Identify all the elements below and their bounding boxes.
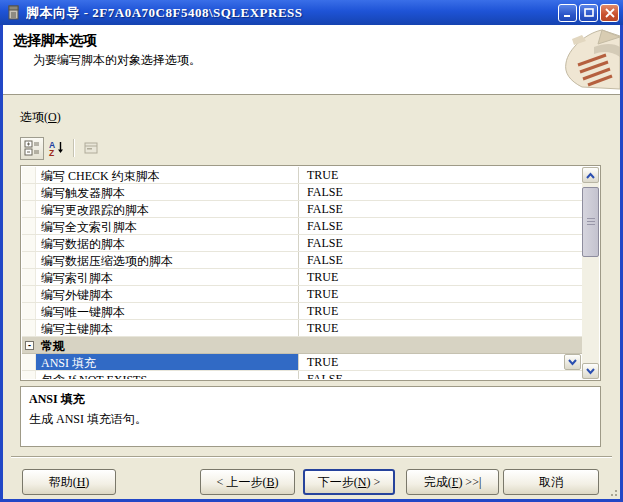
script-scroll-icon: [558, 27, 620, 91]
row-margin: [22, 218, 36, 234]
row-value: FALSE: [299, 235, 582, 251]
grid-row[interactable]: 编写唯一键脚本 TRUE: [22, 303, 582, 320]
help-button[interactable]: 帮助(H): [22, 469, 116, 495]
row-value: FALSE: [299, 371, 582, 379]
category-row-general[interactable]: - 常规: [22, 337, 582, 354]
category-label: 常规: [36, 337, 299, 353]
row-label: 编写外键脚本: [36, 286, 299, 302]
row-value: FALSE: [299, 184, 582, 200]
description-text: 生成 ANSI 填充语句。: [29, 411, 592, 428]
resize-grip[interactable]: [608, 487, 618, 497]
chevron-down-icon: [568, 359, 577, 366]
wizard-header: 选择脚本选项 为要编写脚本的对象选择选项。: [3, 25, 620, 95]
row-value: FALSE: [299, 252, 582, 268]
close-icon: [605, 8, 615, 18]
maximize-icon: [584, 8, 594, 18]
row-value: TRUE: [299, 269, 582, 285]
scroll-down-button[interactable]: [582, 363, 599, 379]
property-grid-toolbar: A Z: [20, 135, 103, 161]
grid-row[interactable]: 编写全文索引脚本 FALSE: [22, 218, 582, 235]
window-title: 脚本向导 - 2F7A0A70C8F5408\SQLEXPRESS: [26, 4, 558, 22]
collapse-icon[interactable]: -: [25, 341, 34, 350]
row-margin: [22, 320, 36, 336]
maximize-button[interactable]: [579, 4, 598, 22]
scroll-up-button[interactable]: [582, 167, 599, 183]
row-margin: [22, 201, 36, 217]
row-label: 编写数据的脚本: [36, 235, 299, 251]
description-title: ANSI 填充: [29, 391, 592, 408]
row-label: ANSI 填充: [36, 354, 299, 370]
description-panel: ANSI 填充 生成 ANSI 填充语句。: [20, 386, 601, 447]
row-label: 编写索引脚本: [36, 269, 299, 285]
grid-row[interactable]: 编写数据压缩选项的脚本 FALSE: [22, 252, 582, 269]
vertical-scrollbar: [582, 167, 599, 379]
property-grid: 编写 CHECK 约束脚本 TRUE 编写触发器脚本 FALSE 编写更改跟踪的…: [20, 165, 601, 381]
az-sort-icon: A Z: [48, 140, 64, 156]
app-icon: [6, 5, 22, 21]
row-value: TRUE: [299, 303, 582, 319]
dialog-client-area: 选择脚本选项 为要编写脚本的对象选择选项。 选项(O): [3, 25, 620, 499]
row-margin: [22, 286, 36, 302]
value-dropdown-button[interactable]: [564, 354, 581, 370]
row-value: FALSE: [299, 201, 582, 217]
row-value: TRUE: [299, 320, 582, 336]
grid-row[interactable]: 编写外键脚本 TRUE: [22, 286, 582, 303]
page-title: 选择脚本选项: [13, 32, 97, 50]
row-label: 编写数据压缩选项的脚本: [36, 252, 299, 268]
property-pages-icon: [83, 140, 99, 156]
finish-button[interactable]: 完成(F) >>|: [406, 469, 499, 495]
wizard-window: 脚本向导 - 2F7A0A70C8F5408\SQLEXPRESS 选择脚本选项…: [0, 0, 623, 502]
grid-row[interactable]: 编写 CHECK 约束脚本 TRUE: [22, 167, 582, 184]
chevron-down-icon: [586, 368, 595, 375]
alphabetical-sort-button[interactable]: A Z: [44, 137, 68, 160]
row-margin: [22, 269, 36, 285]
row-value: TRUE: [299, 167, 582, 183]
categorized-button[interactable]: [20, 137, 44, 160]
footer-divider: [11, 456, 612, 458]
grid-row[interactable]: 包含 If NOT EXISTS FALSE: [22, 371, 582, 379]
property-grid-rows: 编写 CHECK 约束脚本 TRUE 编写触发器脚本 FALSE 编写更改跟踪的…: [22, 167, 582, 379]
row-margin: [22, 252, 36, 268]
row-label: 编写 CHECK 约束脚本: [36, 167, 299, 183]
svg-text:Z: Z: [49, 148, 54, 157]
grid-row[interactable]: 编写数据的脚本 FALSE: [22, 235, 582, 252]
row-label: 包含 If NOT EXISTS: [36, 371, 299, 379]
back-button[interactable]: < 上一步(B): [200, 469, 295, 495]
minimize-icon: [563, 8, 573, 18]
row-label: 编写触发器脚本: [36, 184, 299, 200]
row-margin: [22, 303, 36, 319]
page-subtitle: 为要编写脚本的对象选择选项。: [33, 52, 201, 69]
row-margin: [22, 235, 36, 251]
row-margin: [22, 354, 36, 370]
row-value: TRUE: [299, 354, 582, 370]
row-label: 编写主键脚本: [36, 320, 299, 336]
grid-row[interactable]: 编写触发器脚本 FALSE: [22, 184, 582, 201]
next-button[interactable]: 下一步(N) >: [303, 469, 395, 495]
row-value: FALSE: [299, 218, 582, 234]
row-margin: [22, 371, 36, 379]
grid-row[interactable]: 编写更改跟踪的脚本 FALSE: [22, 201, 582, 218]
scrollbar-grip: [587, 218, 595, 226]
property-pages-button[interactable]: [79, 137, 103, 160]
row-label: 编写更改跟踪的脚本: [36, 201, 299, 217]
cancel-button[interactable]: 取消: [503, 469, 599, 495]
row-label: 编写唯一键脚本: [36, 303, 299, 319]
toolbar-separator: [73, 139, 74, 157]
grid-row[interactable]: 编写主键脚本 TRUE: [22, 320, 582, 337]
row-margin: [22, 167, 36, 183]
row-label: 编写全文索引脚本: [36, 218, 299, 234]
chevron-up-icon: [586, 172, 595, 179]
row-margin: [22, 184, 36, 200]
close-button[interactable]: [600, 4, 619, 22]
minimize-button[interactable]: [558, 4, 577, 22]
grid-row[interactable]: 编写索引脚本 TRUE: [22, 269, 582, 286]
grid-row-ansi-padding[interactable]: ANSI 填充 TRUE: [22, 354, 582, 371]
title-bar: 脚本向导 - 2F7A0A70C8F5408\SQLEXPRESS: [0, 0, 623, 25]
scrollbar-thumb[interactable]: [582, 187, 599, 257]
categorized-icon: [24, 140, 40, 156]
options-label: 选项(O): [20, 109, 61, 126]
row-value: TRUE: [299, 286, 582, 302]
